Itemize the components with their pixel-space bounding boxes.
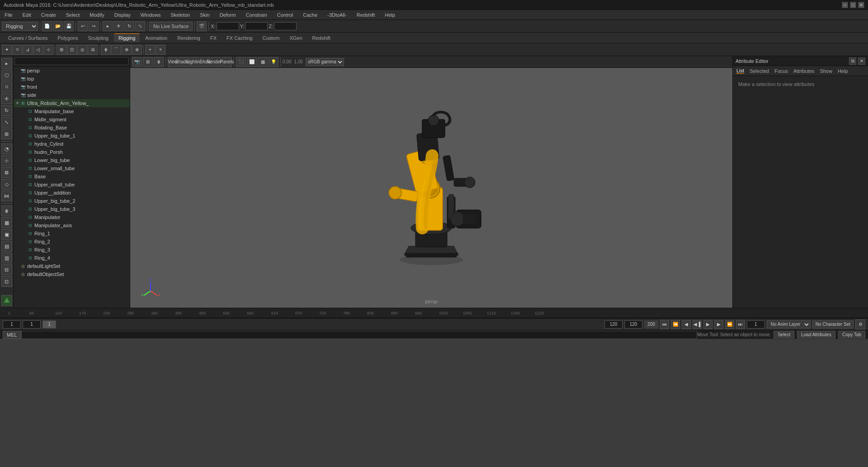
sculpt-btn[interactable]: ⊠ xyxy=(1,167,12,178)
tab-animation[interactable]: Animation xyxy=(141,34,172,42)
tool-ik[interactable]: ⊞ xyxy=(57,45,66,55)
tool-soft-select[interactable]: ◁ xyxy=(33,45,43,55)
lasso-select-btn[interactable]: ⌑ xyxy=(1,81,12,92)
select-tool[interactable]: ▸ xyxy=(103,21,113,31)
attr-float-btn[interactable]: ⧉ xyxy=(849,57,856,65)
outliner-item-hudro-porsh[interactable]: ⊡ hudro_Porsh xyxy=(14,148,130,156)
menu-edit[interactable]: Edit xyxy=(21,11,33,19)
attr-close-btn[interactable]: ✕ xyxy=(858,57,865,65)
vp-panels-menu[interactable]: Panels xyxy=(222,57,232,67)
tool-curve[interactable]: ◎ xyxy=(77,45,87,55)
paint-btn[interactable]: ⊹ xyxy=(1,155,12,166)
outliner-item-ring-4[interactable]: ⊡ Ring_4 xyxy=(14,254,130,262)
load-attributes-button[interactable]: Load Attributes xyxy=(797,331,835,338)
outliner-item-manipulator-base[interactable]: ⊡ Manipulator_base xyxy=(14,107,130,115)
tab-fx-caching[interactable]: FX Caching xyxy=(222,34,257,42)
next-key-btn[interactable]: ▶ xyxy=(714,320,723,329)
snap-edge-btn[interactable]: ▦ xyxy=(1,217,12,228)
menu-deform[interactable]: Deform xyxy=(218,11,238,19)
outliner-item-upper-big-tube-2[interactable]: ⊡ Upper_big_tube_2 xyxy=(14,197,130,205)
viewport-canvas[interactable]: persp X Y Z xyxy=(130,68,732,308)
maya-logo-btn[interactable] xyxy=(1,295,12,306)
vp-light-btn[interactable]: 💡 xyxy=(269,57,278,67)
outliner-item-lower-small-tube[interactable]: ⊡ Lower_small_tube xyxy=(14,164,130,172)
tab-curves-surfaces[interactable]: Curves / Surfaces xyxy=(4,34,52,42)
select-mode-btn[interactable]: ▸ xyxy=(1,58,12,69)
menu-constrain[interactable]: Constrain xyxy=(244,11,269,19)
outliner-item-upper-big-tube-1[interactable]: ⊡ Upper_big_tube_1 xyxy=(14,132,130,140)
tool-snap-grid[interactable]: ⋕ xyxy=(101,45,111,55)
outliner-item-side[interactable]: 📷 side xyxy=(14,91,130,99)
menu-windows[interactable]: Windows xyxy=(139,11,163,19)
copy-tab-button[interactable]: Copy Tab xyxy=(838,331,865,338)
outliner-item-manipulator-axis[interactable]: ⊡ Manipulator_axis xyxy=(14,221,130,229)
timeline-ruler[interactable]: 1 65 120 175 230 285 340 395 450 505 560… xyxy=(0,308,868,318)
vp-renderer-menu[interactable]: Renderer xyxy=(211,57,221,67)
tool-deform[interactable]: ⧉ xyxy=(88,45,98,55)
outliner-item-ring-3[interactable]: ⊡ Ring_3 xyxy=(14,246,130,254)
play-back-btn[interactable]: ◀▐ xyxy=(693,320,702,329)
colorspace-dropdown[interactable]: sRGB gamma xyxy=(306,58,344,66)
paint-select-btn[interactable]: ⬡ xyxy=(1,70,12,81)
rotate-btn[interactable]: ↻ xyxy=(1,105,12,116)
icon-extra2[interactable]: ⊡ xyxy=(1,276,12,287)
lattice-btn[interactable]: ⋈ xyxy=(1,191,12,201)
next-frame-btn[interactable]: ⏩ xyxy=(725,320,734,329)
outliner-item-top[interactable]: 📷 top xyxy=(14,75,130,83)
go-to-end-btn[interactable]: ⏭ xyxy=(736,320,745,329)
current-frame-input[interactable] xyxy=(23,320,41,329)
outliner-item-midle-sigment[interactable]: ⊡ Midle_sigment xyxy=(14,115,130,124)
outliner-item-persp[interactable]: 📷 persp xyxy=(14,67,130,75)
outliner-search-input[interactable] xyxy=(14,57,129,65)
outliner-item-upper-big-tube-3[interactable]: ⊡ Upper_big_tube_3 xyxy=(14,205,130,213)
scale-btn[interactable]: ⤡ xyxy=(1,117,12,128)
snap-surface-btn[interactable]: ▤ xyxy=(1,241,12,252)
menu-modify[interactable]: Modify xyxy=(88,11,106,19)
snap-curve-btn[interactable]: ▥ xyxy=(1,253,12,263)
icon-extra1[interactable]: ⊟ xyxy=(1,264,12,275)
vp-shade-btn[interactable]: ⬛ xyxy=(236,57,246,67)
menu-skin[interactable]: Skin xyxy=(198,11,211,19)
outliner-item-lower-big-tube[interactable]: ⊡ Lower_big_tube xyxy=(14,156,130,164)
outliner-item-rotating-base[interactable]: ⊡ Rotating_Base xyxy=(14,124,130,132)
attr-tab-attributes[interactable]: Attributes xyxy=(793,68,814,74)
attr-tab-help[interactable]: Help xyxy=(838,68,848,74)
move-btn[interactable]: ✛ xyxy=(1,93,12,104)
menu-skeleton[interactable]: Skeleton xyxy=(169,11,192,19)
tab-rendering[interactable]: Rendering xyxy=(173,34,205,42)
save-scene-button[interactable]: 💾 xyxy=(64,21,74,31)
close-button[interactable]: ✕ xyxy=(858,2,864,8)
maximize-button[interactable]: □ xyxy=(850,2,856,8)
tab-custom[interactable]: Custom xyxy=(258,34,284,42)
prev-frame-btn[interactable]: ⏪ xyxy=(671,320,680,329)
attr-tab-selected[interactable]: Selected xyxy=(750,68,769,74)
tool-select[interactable]: ✦ xyxy=(2,45,12,55)
outliner-item-upper-addition[interactable]: ⊡ Upper__addition xyxy=(14,189,130,197)
tab-sculpting[interactable]: Sculpting xyxy=(84,34,113,42)
outliner-item-hydra-cylind[interactable]: ⊡ hydra_Cylind xyxy=(14,140,130,148)
frame-counter-input[interactable] xyxy=(747,320,765,329)
menu-file[interactable]: File xyxy=(3,11,14,19)
outliner-item-default-light-set[interactable]: ◎ defaultLightSet xyxy=(14,262,130,270)
script-type-btn[interactable]: MEL xyxy=(3,331,21,339)
rotate-tool[interactable]: ↻ xyxy=(124,21,134,31)
tool-snap-curve[interactable]: ⌒ xyxy=(111,45,121,55)
mode-dropdown[interactable]: Rigging Modeling Animation xyxy=(2,22,38,31)
go-to-start-btn[interactable]: ⏮ xyxy=(660,320,669,329)
outliner-item-base[interactable]: ⊡ Base xyxy=(14,172,130,181)
range-display[interactable] xyxy=(624,320,642,329)
x-input[interactable] xyxy=(217,22,239,30)
anim-layer-dropdown[interactable]: No Anim Layer xyxy=(767,320,811,329)
attr-tab-focus[interactable]: Focus xyxy=(774,68,788,74)
attr-tab-show[interactable]: Show xyxy=(820,68,832,74)
tab-polygons[interactable]: Polygons xyxy=(53,34,82,42)
tab-rigging[interactable]: Rigging xyxy=(114,33,140,42)
menu-create[interactable]: Create xyxy=(39,11,58,19)
menu-control[interactable]: Control xyxy=(275,11,295,19)
menu-redshift[interactable]: Redshift xyxy=(355,11,377,19)
range-end-input[interactable] xyxy=(604,320,623,329)
tab-fx[interactable]: FX xyxy=(206,34,221,42)
snap-grid-btn[interactable]: ⋕ xyxy=(1,205,12,216)
vp-camera-btn[interactable]: 📷 xyxy=(132,57,142,67)
tool-joint[interactable]: ⊹ xyxy=(43,45,53,55)
